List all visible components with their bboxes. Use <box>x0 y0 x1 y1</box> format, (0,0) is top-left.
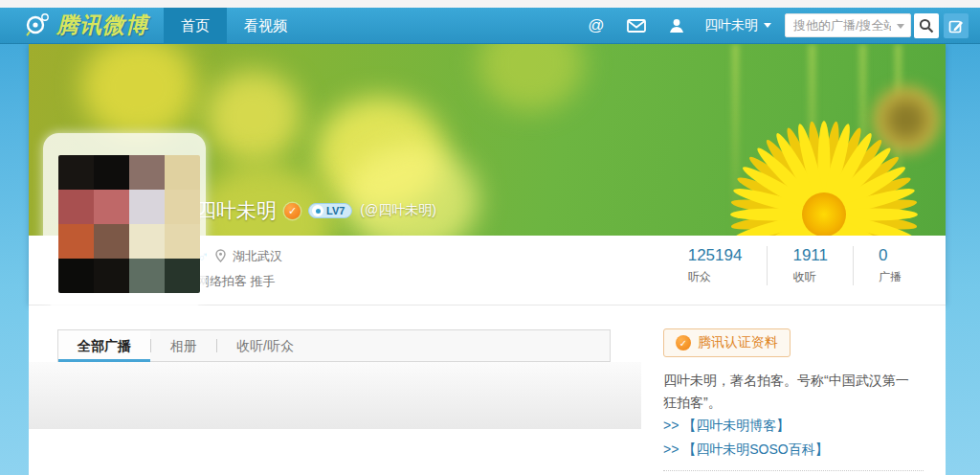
section-tabs: 全部广播 相册 收听/听众 <box>57 329 611 362</box>
nav-right: @ 四叶未明 <box>576 8 980 43</box>
mosaic-cell <box>129 155 165 190</box>
tencent-weibo-logo[interactable]: 腾讯微博 <box>0 8 164 43</box>
blog-link[interactable]: >> 【四叶未明博客】 <box>663 414 926 438</box>
compose-button[interactable] <box>944 13 969 38</box>
verification-description: 四叶未明，著名拍客。号称“中国武汉第一狂拍客”。 <box>663 370 914 414</box>
stat-broadcasts[interactable]: 0 广播 <box>853 246 926 285</box>
user-icon[interactable] <box>657 8 697 44</box>
profile-name: 四叶未明 <box>196 197 277 224</box>
profile-name-row: 四叶未明 ✓ LV7 (@四叶未明) <box>196 197 436 224</box>
nav-tab-video[interactable]: 看视频 <box>227 8 304 43</box>
stat-value: 1911 <box>792 246 828 265</box>
weibo-logo-icon <box>25 11 50 40</box>
soso-wiki-link[interactable]: >> 【四叶未明SOSO百科】 <box>663 438 926 462</box>
level-badge: LV7 <box>308 203 352 218</box>
search-wrap <box>785 13 911 37</box>
nav-username: 四叶未明 <box>704 17 758 34</box>
mosaic-cell <box>94 190 129 224</box>
stat-label: 收听 <box>792 269 828 285</box>
cover-flower-blur <box>81 44 196 140</box>
logo-text: 腾讯微博 <box>56 14 148 36</box>
mosaic-cell <box>58 155 94 190</box>
mail-icon[interactable] <box>616 8 657 44</box>
at-mentions-icon[interactable]: @ <box>576 8 616 44</box>
stat-listeners[interactable]: 125194 听众 <box>663 246 768 285</box>
broadcast-list-empty <box>29 362 641 429</box>
stat-label: 听众 <box>688 269 743 285</box>
cover-flower-blur <box>206 71 301 162</box>
level-text: LV7 <box>326 205 345 216</box>
stat-label: 广播 <box>879 269 902 285</box>
mosaic-cell <box>58 190 94 224</box>
search-input[interactable] <box>785 13 911 37</box>
stat-value: 0 <box>879 246 902 265</box>
tab-all-broadcasts[interactable]: 全部广播 <box>58 330 150 361</box>
lower-section: 全部广播 相册 收听/听众 ✓ 腾讯认证资料 四叶未明，著名拍客。号称“中国武汉… <box>29 305 946 475</box>
tab-albums[interactable]: 相册 <box>151 330 216 361</box>
mosaic-cell <box>129 190 165 224</box>
nav-tab-home[interactable]: 首页 <box>164 8 227 43</box>
avatar[interactable] <box>43 133 206 307</box>
profile-stats: 125194 听众 1911 收听 0 广播 <box>663 236 926 305</box>
navbar: 腾讯微博 首页 看视频 @ 四叶未明 <box>0 8 980 44</box>
mosaic-cell <box>165 190 200 224</box>
page-container: 四叶未明 ✓ LV7 (@四叶未明) ♂ <box>29 44 946 475</box>
profile-location: 湖北武汉 <box>233 248 282 265</box>
profile-handle: (@四叶未明) <box>360 202 436 219</box>
nav-tabs: 首页 看视频 <box>164 8 304 43</box>
mosaic-cell <box>165 155 200 190</box>
dotted-divider <box>663 470 924 471</box>
mosaic-cell <box>94 155 129 190</box>
stat-value: 125194 <box>688 246 743 265</box>
mosaic-cell <box>129 259 165 293</box>
mosaic-cell <box>94 224 129 259</box>
top-strip <box>0 0 980 8</box>
nav-username-menu[interactable]: 四叶未明 <box>704 17 771 34</box>
search-scope-caret-icon[interactable] <box>897 24 904 29</box>
profile-tags: 网络拍客 推手 <box>197 273 282 290</box>
mosaic-cell <box>58 259 94 293</box>
mosaic-cell <box>129 224 165 259</box>
location-pin-icon <box>215 249 226 265</box>
daisy-flower <box>728 119 920 236</box>
tab-listening-listeners[interactable]: 收听/听众 <box>217 330 313 361</box>
mosaic-cell <box>94 259 129 293</box>
mosaic-cell <box>165 224 200 259</box>
weibo-mini-logo-icon <box>312 205 323 216</box>
profile-card: 四叶未明 ✓ LV7 (@四叶未明) ♂ <box>29 44 946 305</box>
sidebar: ✓ 腾讯认证资料 四叶未明，著名拍客。号称“中国武汉第一狂拍客”。 >> 【四叶… <box>663 328 926 471</box>
mosaic-cell <box>58 224 94 259</box>
cover-flower-blur <box>479 44 584 111</box>
verified-seal-icon: ✓ <box>676 335 691 351</box>
avatar-mosaic <box>58 155 200 293</box>
verification-badge-label: 腾讯认证资料 <box>698 334 778 351</box>
search-button[interactable] <box>914 13 939 38</box>
verified-badge-icon: ✓ <box>284 203 301 219</box>
chevron-down-icon <box>764 23 771 28</box>
verification-info-badge[interactable]: ✓ 腾讯认证资料 <box>663 328 791 357</box>
stat-listening[interactable]: 1911 收听 <box>767 246 853 285</box>
mosaic-cell <box>165 259 200 293</box>
